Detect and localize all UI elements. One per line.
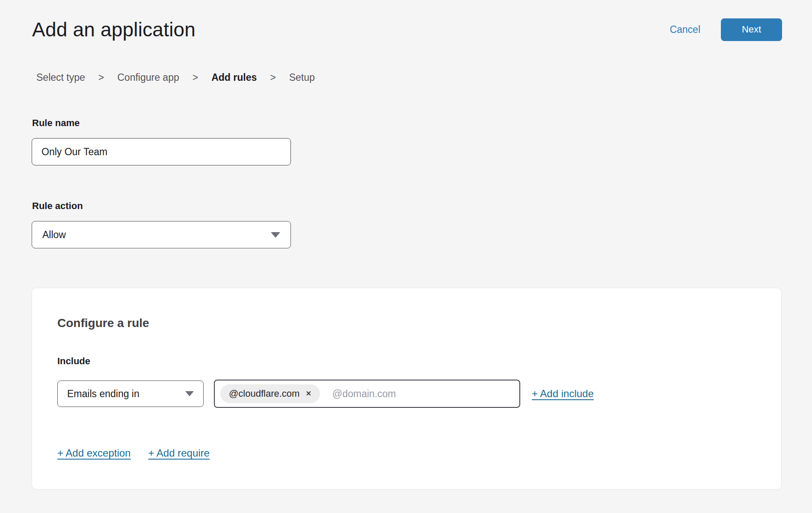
rule-name-label: Rule name xyxy=(32,118,812,129)
breadcrumb-separator: > xyxy=(270,72,276,83)
cancel-button[interactable]: Cancel xyxy=(670,24,700,35)
include-type-selected-value: Emails ending in xyxy=(67,388,139,400)
add-exception-link[interactable]: + Add exception xyxy=(57,447,130,459)
next-button[interactable]: Next xyxy=(721,18,782,41)
chevron-down-icon xyxy=(185,391,194,396)
breadcrumb: Select type > Configure app > Add rules … xyxy=(36,72,812,83)
page-header: Add an application Cancel Next xyxy=(0,0,812,41)
page-title: Add an application xyxy=(32,18,196,41)
include-label: Include xyxy=(57,356,756,367)
breadcrumb-step-add-rules: Add rules xyxy=(211,72,257,83)
tag-entry-input[interactable] xyxy=(332,388,514,400)
rule-action-label: Rule action xyxy=(32,200,812,212)
remove-tag-icon[interactable]: ✕ xyxy=(305,390,311,397)
breadcrumb-separator: > xyxy=(193,72,198,83)
rule-extra-links: + Add exception + Add require xyxy=(57,447,756,459)
chevron-down-icon xyxy=(271,232,280,238)
tag-pill: @cloudflare.com ✕ xyxy=(220,384,320,403)
header-actions: Cancel Next xyxy=(670,18,782,41)
configure-rule-card: Configure a rule Include Emails ending i… xyxy=(32,288,782,489)
tag-pill-label: @cloudflare.com xyxy=(229,388,299,399)
add-include-link[interactable]: + Add include xyxy=(532,388,594,400)
breadcrumb-separator: > xyxy=(98,72,104,83)
card-heading: Configure a rule xyxy=(57,316,756,330)
breadcrumb-step-configure-app[interactable]: Configure app xyxy=(117,72,179,83)
rule-action-selected-value: Allow xyxy=(42,229,66,241)
add-require-link[interactable]: + Add require xyxy=(148,447,209,459)
breadcrumb-step-select-type[interactable]: Select type xyxy=(36,72,85,83)
rule-name-input[interactable] xyxy=(32,138,291,165)
rule-action-select[interactable]: Allow xyxy=(32,221,291,248)
include-condition-row: Emails ending in @cloudflare.com ✕ + Add… xyxy=(57,380,756,408)
breadcrumb-step-setup[interactable]: Setup xyxy=(289,72,315,83)
email-domains-tag-input[interactable]: @cloudflare.com ✕ xyxy=(214,380,520,408)
include-type-select[interactable]: Emails ending in xyxy=(57,380,204,407)
